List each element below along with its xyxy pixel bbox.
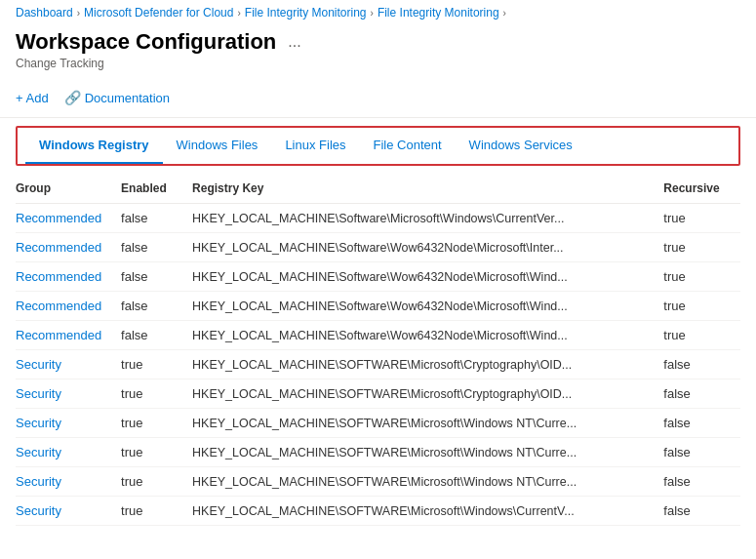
cell-group: Recommended [16, 321, 121, 350]
cell-registry-key: HKEY_LOCAL_MACHINE\SOFTWARE\Microsoft\Wi… [192, 467, 663, 497]
cell-group: Recommended [16, 292, 121, 321]
cell-recursive: false [663, 409, 740, 438]
col-header-enabled: Enabled [121, 174, 192, 204]
cell-recursive: false [663, 379, 740, 409]
cell-registry-key: HKEY_LOCAL_MACHINE\SOFTWARE\Microsoft\Wi… [192, 438, 663, 467]
cell-recursive: true [663, 321, 740, 350]
documentation-button[interactable]: 🔗 Documentation [64, 86, 170, 109]
tab-file-content[interactable]: File Content [360, 128, 456, 164]
table-row: RecommendedfalseHKEY_LOCAL_MACHINE\Softw… [16, 292, 740, 321]
cell-enabled: true [121, 438, 192, 467]
cell-recursive: true [663, 204, 740, 233]
docs-label: Documentation [85, 91, 170, 105]
cell-recursive: false [663, 497, 740, 526]
cell-recursive: false [663, 467, 740, 497]
add-button[interactable]: + Add [16, 87, 49, 109]
breadcrumb-chevron-4: › [503, 8, 506, 19]
tab-linux-files[interactable]: Linux Files [271, 128, 359, 164]
cell-group: Recommended [16, 204, 121, 233]
table-row: RecommendedfalseHKEY_LOCAL_MACHINE\Softw… [16, 204, 740, 233]
breadcrumb-chevron-2: › [237, 8, 240, 19]
breadcrumb-defender[interactable]: Microsoft Defender for Cloud [84, 6, 233, 20]
cell-recursive: false [663, 438, 740, 467]
table-row: SecuritytrueHKEY_LOCAL_MACHINE\SOFTWARE\… [16, 467, 740, 497]
tab-windows-registry[interactable]: Windows Registry [25, 128, 163, 164]
cell-group: Security [16, 467, 121, 497]
breadcrumb: Dashboard › Microsoft Defender for Cloud… [0, 0, 756, 25]
tab-windows-files[interactable]: Windows Files [163, 128, 272, 164]
table-row: SecuritytrueHKEY_LOCAL_MACHINE\SOFTWARE\… [16, 379, 740, 409]
cell-enabled: true [121, 467, 192, 497]
cell-enabled: true [121, 409, 192, 438]
cell-group: Recommended [16, 233, 121, 262]
table-row: RecommendedfalseHKEY_LOCAL_MACHINE\Softw… [16, 233, 740, 262]
table-row: RecommendedfalseHKEY_LOCAL_MACHINE\Softw… [16, 321, 740, 350]
cell-enabled: false [121, 204, 192, 233]
cell-recursive: true [663, 233, 740, 262]
col-header-group: Group [16, 174, 121, 204]
cell-enabled: false [121, 233, 192, 262]
cell-enabled: true [121, 350, 192, 379]
tab-windows-services[interactable]: Windows Services [456, 128, 586, 164]
cell-group: Security [16, 409, 121, 438]
page-header: Workspace Configuration ... Change Track… [0, 25, 756, 78]
cell-registry-key: HKEY_LOCAL_MACHINE\SOFTWARE\Microsoft\Wi… [192, 409, 663, 438]
cell-group: Recommended [16, 262, 121, 292]
cell-registry-key: HKEY_LOCAL_MACHINE\Software\Wow6432Node\… [192, 321, 663, 350]
cell-registry-key: HKEY_LOCAL_MACHINE\SOFTWARE\Microsoft\Cr… [192, 350, 663, 379]
cell-registry-key: HKEY_LOCAL_MACHINE\Software\Wow6432Node\… [192, 292, 663, 321]
cell-enabled: false [121, 321, 192, 350]
cell-registry-key: HKEY_LOCAL_MACHINE\Software\Wow6432Node\… [192, 262, 663, 292]
col-header-registry-key: Registry Key [192, 174, 663, 204]
tabs: Windows Registry Windows Files Linux Fil… [18, 128, 738, 164]
tabs-container: Windows Registry Windows Files Linux Fil… [16, 126, 740, 166]
breadcrumb-chevron-1: › [77, 8, 80, 19]
cell-registry-key: HKEY_LOCAL_MACHINE\Software\Microsoft\Wi… [192, 204, 663, 233]
cell-recursive: true [663, 262, 740, 292]
table-container: Group Enabled Registry Key Recursive Rec… [0, 174, 756, 526]
link-icon: 🔗 [64, 90, 81, 105]
breadcrumb-fim-1[interactable]: File Integrity Monitoring [245, 6, 367, 20]
cell-recursive: false [663, 350, 740, 379]
breadcrumb-fim-2[interactable]: File Integrity Monitoring [378, 6, 499, 20]
cell-enabled: false [121, 292, 192, 321]
registry-table: Group Enabled Registry Key Recursive Rec… [16, 174, 740, 526]
cell-enabled: false [121, 262, 192, 292]
page-title: Workspace Configuration [16, 29, 276, 55]
table-row: SecuritytrueHKEY_LOCAL_MACHINE\SOFTWARE\… [16, 350, 740, 379]
page-subtitle: Change Tracking [16, 55, 740, 70]
breadcrumb-chevron-3: › [371, 8, 374, 19]
col-header-recursive: Recursive [663, 174, 740, 204]
table-row: SecuritytrueHKEY_LOCAL_MACHINE\SOFTWARE\… [16, 438, 740, 467]
breadcrumb-dashboard[interactable]: Dashboard [16, 6, 73, 20]
toolbar: + Add 🔗 Documentation [0, 78, 756, 118]
cell-registry-key: HKEY_LOCAL_MACHINE\SOFTWARE\Microsoft\Cr… [192, 379, 663, 409]
ellipsis-button[interactable]: ... [284, 31, 304, 53]
table-row: SecuritytrueHKEY_LOCAL_MACHINE\SOFTWARE\… [16, 497, 740, 526]
table-header-row: Group Enabled Registry Key Recursive [16, 174, 740, 204]
cell-group: Security [16, 497, 121, 526]
cell-registry-key: HKEY_LOCAL_MACHINE\SOFTWARE\Microsoft\Wi… [192, 497, 663, 526]
cell-enabled: true [121, 497, 192, 526]
table-row: SecuritytrueHKEY_LOCAL_MACHINE\SOFTWARE\… [16, 409, 740, 438]
cell-group: Security [16, 438, 121, 467]
table-row: RecommendedfalseHKEY_LOCAL_MACHINE\Softw… [16, 262, 740, 292]
cell-group: Security [16, 350, 121, 379]
cell-enabled: true [121, 379, 192, 409]
cell-group: Security [16, 379, 121, 409]
cell-registry-key: HKEY_LOCAL_MACHINE\Software\Wow6432Node\… [192, 233, 663, 262]
cell-recursive: true [663, 292, 740, 321]
